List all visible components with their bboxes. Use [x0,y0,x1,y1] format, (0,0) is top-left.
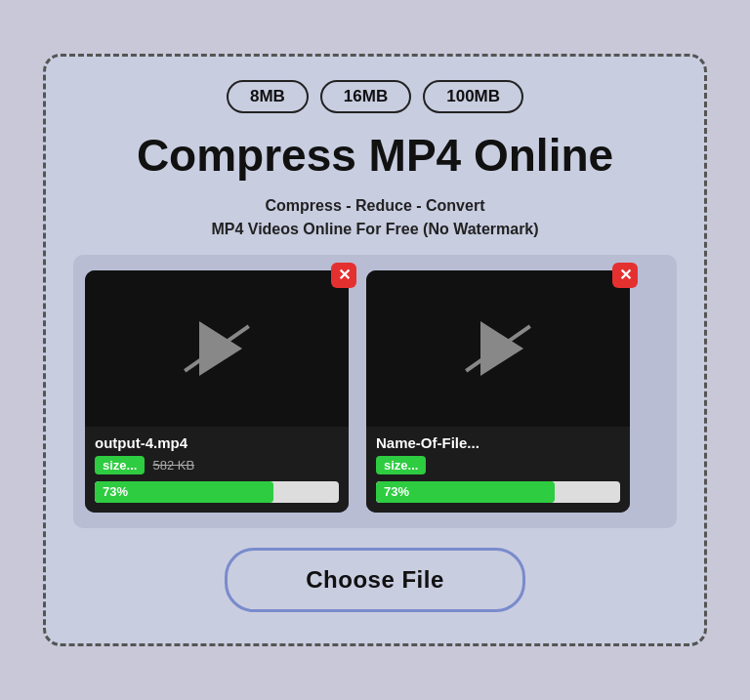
size-value-1: 582 KB [152,458,194,473]
video-thumb-2: ✕ [366,270,630,427]
progress-text-1: 73% [103,484,128,499]
size-badge-100mb[interactable]: 100MB [423,80,523,113]
filename-1: output-4.mp4 [95,434,339,451]
close-icon-1: ✕ [338,266,351,284]
no-video-icon-1 [191,321,242,376]
video-thumb-1: ✕ [85,270,349,427]
card-info-2: Name-Of-File... size... 73% [366,427,630,513]
main-container: 8MB 16MB 100MB Compress MP4 Online Compr… [43,54,707,646]
size-badge-16mb[interactable]: 16MB [320,80,411,113]
close-button-card2[interactable]: ✕ [612,263,638,288]
progress-bar-bg-1: 73% [95,481,339,503]
no-video-icon-2 [473,321,523,376]
page-title: Compress MP4 Online [137,131,613,181]
size-row-1: size... 582 KB [95,456,339,474]
progress-bar-bg-2: 73% [376,481,620,503]
progress-text-2: 73% [384,484,409,499]
size-badges-row: 8MB 16MB 100MB [227,80,523,113]
size-badge-8mb[interactable]: 8MB [227,80,309,113]
close-icon-2: ✕ [619,266,632,284]
size-row-2: size... [376,456,620,474]
subtitle: Compress - Reduce - Convert MP4 Videos O… [211,194,538,241]
close-button-card1[interactable]: ✕ [331,263,356,288]
size-label-1: size... [95,456,145,474]
play-triangle-icon-2 [480,321,523,376]
progress-bar-fill-2: 73% [376,481,555,503]
subtitle-line2: MP4 Videos Online For Free (No Watermark… [211,218,538,241]
filename-2: Name-Of-File... [376,434,620,451]
size-label-2: size... [376,456,426,474]
choose-file-button[interactable]: Choose File [225,548,525,612]
card-info-1: output-4.mp4 size... 582 KB 73% [85,427,349,513]
subtitle-line1: Compress - Reduce - Convert [211,194,538,218]
play-triangle-icon-1 [199,321,242,376]
progress-bar-fill-1: 73% [95,481,273,503]
video-card-1: ✕ output-4.mp4 size... 582 KB 73% [85,270,349,513]
video-card-2: ✕ Name-Of-File... size... 73% [366,270,630,513]
cards-row: ✕ output-4.mp4 size... 582 KB 73% [73,255,677,528]
